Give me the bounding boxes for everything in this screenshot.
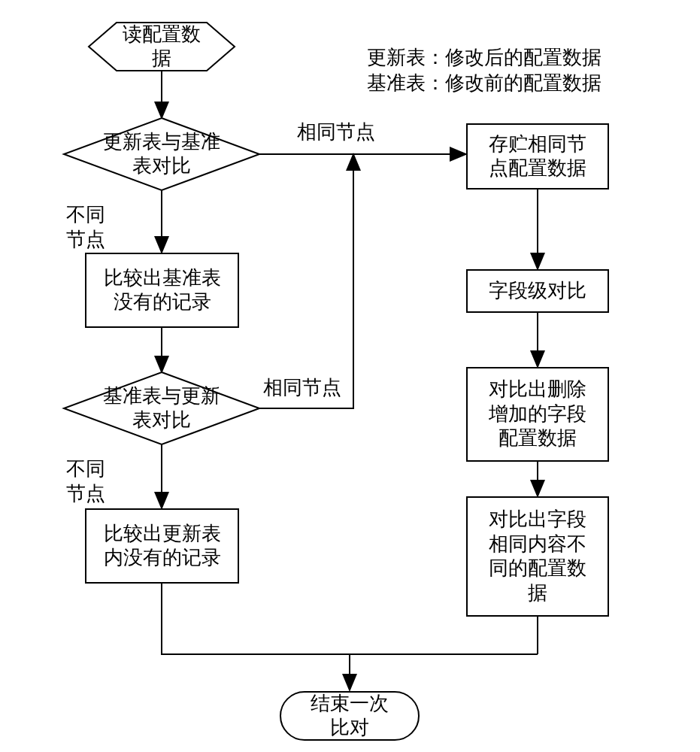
process-same-field-diff-content: 对比出字段 相同内容不 同的配置数 据	[466, 496, 609, 617]
process-base-missing-records: 比较出基准表 没有的记录	[85, 253, 239, 328]
decision-compare-base-update: 基准表与更新 表对比	[90, 384, 233, 433]
edge-same-node-1: 相同节点	[297, 120, 375, 145]
process-update-missing-records: 比较出更新表 内没有的记录	[85, 508, 239, 584]
process-store-same-node-config: 存贮相同节 点配置数据	[466, 123, 609, 190]
edge-same-node-2: 相同节点	[263, 376, 341, 401]
edge-diff-node-1: 不同 节点	[66, 203, 105, 252]
start-node: 读配置数 据	[89, 23, 235, 71]
legend-line2-value: 修改前的配置数据	[445, 72, 602, 94]
end-node: 结束一次 比对	[280, 692, 419, 740]
decision-compare-update-base: 更新表与基准 表对比	[90, 129, 233, 179]
legend-line2-label: 基准表：	[367, 72, 445, 94]
edge-diff-node-2: 不同 节点	[66, 457, 105, 506]
legend-line2: 基准表：修改前的配置数据	[357, 47, 602, 96]
process-added-removed-fields: 对比出删除 增加的字段 配置数据	[466, 367, 609, 462]
process-field-level-compare: 字段级对比	[466, 269, 609, 313]
